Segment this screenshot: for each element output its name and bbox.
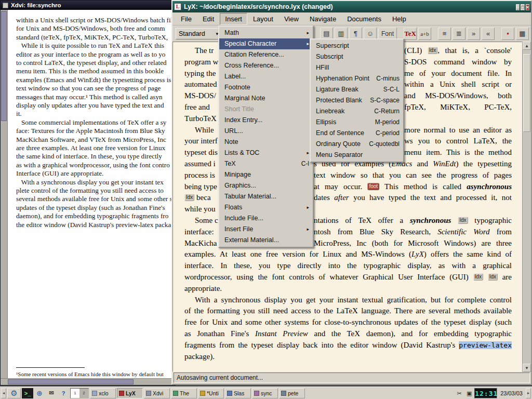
pager-desktop-1[interactable]: 1: [71, 389, 79, 398]
noun-face-icon[interactable]: ☺: [364, 28, 377, 40]
minimize-button[interactable]: _: [516, 4, 520, 10]
screen-icon[interactable]: ▣: [465, 389, 473, 397]
insert-menu-item-minipage[interactable]: Minipage: [219, 169, 313, 180]
insert-menu-item-marginal-note[interactable]: Marginal Note: [219, 93, 313, 104]
special-char-item-protected-blank[interactable]: Protected BlankS-C-space: [311, 95, 403, 106]
xdvi-horizontal-scrollbar-thumb[interactable]: [8, 379, 134, 384]
menu-insert[interactable]: Insert: [220, 13, 247, 25]
xdvi-vertical-scrollbar-thumb[interactable]: [1, 11, 7, 121]
xdvi-vertical-scrollbar[interactable]: [1, 10, 8, 378]
help-launcher-icon[interactable]: ?: [58, 388, 69, 398]
font-button[interactable]: Font: [378, 28, 397, 40]
menu-item-label: Tabular Material...: [224, 191, 276, 202]
insert-menu-item-label[interactable]: Label...: [219, 71, 313, 82]
copy-icon[interactable]: ▥: [335, 28, 348, 40]
menu-item-label: Math: [224, 28, 239, 38]
menu-file[interactable]: File: [176, 13, 197, 25]
increase-depth-icon[interactable]: »: [467, 28, 480, 40]
menu-navigate[interactable]: Navigate: [304, 13, 341, 25]
special-char-item-end-of-sentence[interactable]: End of SentenceC-period: [311, 128, 403, 139]
insert-menu-item-floats[interactable]: Floats▸: [219, 202, 313, 213]
footnote-inset-badge[interactable]: foot: [367, 183, 379, 190]
menu-view[interactable]: View: [279, 13, 304, 25]
insert-menu-item-lists-toc[interactable]: Lists & TOC▸: [219, 148, 313, 158]
paste-icon[interactable]: ▤: [320, 28, 333, 40]
panel-hide-left-arrow[interactable]: ◂: [1, 388, 6, 398]
insert-menu-item-insert-file[interactable]: Insert File▸: [219, 224, 313, 235]
task-button-pete[interactable]: pete: [279, 388, 305, 398]
task-button-lyx[interactable]: LyX: [117, 388, 143, 398]
insert-menu-item-special-character[interactable]: Special Character▸: [219, 38, 313, 49]
insert-menu-item-graphics[interactable]: Graphics...: [219, 180, 313, 191]
special-char-item-ligature-break[interactable]: Ligature BreakS-C-L: [311, 84, 403, 95]
insert-menu-item-citation-reference[interactable]: Citation Reference...: [219, 49, 313, 60]
task-button-slas[interactable]: Slas: [225, 388, 251, 398]
index-inset-badge[interactable]: Idx: [428, 47, 437, 54]
menu-layout[interactable]: Layout: [248, 13, 278, 25]
lyx-vertical-scrollbar-thumb[interactable]: [523, 54, 530, 132]
konqueror-launcher-icon[interactable]: ◎: [34, 388, 45, 398]
xdvi-horizontal-scrollbar[interactable]: [1, 378, 175, 385]
special-char-item-subscript[interactable]: Subscript: [311, 51, 403, 62]
special-char-item-menu-separator[interactable]: Menu Separator: [311, 150, 403, 161]
insert-menu-item-tabular-material[interactable]: Tabular Material...: [219, 191, 313, 202]
close-button[interactable]: ×: [526, 4, 529, 10]
led-clock[interactable]: 12:31: [474, 388, 497, 398]
decrease-depth-icon[interactable]: «: [482, 28, 495, 40]
maximize-button[interactable]: □: [521, 4, 524, 10]
scroll-up-icon[interactable]: ▲: [523, 42, 531, 50]
insert-table-icon[interactable]: ▦: [516, 28, 529, 40]
special-char-item-hyphenation-point[interactable]: Hyphenation PointC-minus: [311, 73, 403, 84]
insert-menu-item-external-material[interactable]: External Material...: [219, 235, 313, 246]
task-button-sync[interactable]: sync: [252, 388, 278, 398]
index-inset-badge[interactable]: Idx: [458, 217, 468, 224]
insert-menu-item-include-file[interactable]: Include File...: [219, 213, 313, 224]
insert-menu-item-index-entry[interactable]: Index Entry...: [219, 115, 313, 126]
insert-menu-item-short-title[interactable]: Short Title: [219, 104, 313, 115]
tex-button[interactable]: TeX: [404, 28, 417, 40]
index-inset-badge[interactable]: Idx: [473, 273, 483, 281]
kmenu-button[interactable]: ⚙: [7, 388, 21, 398]
insert-menu-item-cross-reference[interactable]: Cross Reference...: [219, 60, 313, 71]
special-char-item-linebreak[interactable]: LinebreakC-Return: [311, 106, 403, 117]
menu-help[interactable]: Help: [387, 13, 411, 25]
menu-item-label: Minipage: [224, 169, 251, 180]
itemize-list-icon[interactable]: ≡: [438, 28, 451, 40]
taskbar-date[interactable]: 23/03/03: [498, 390, 525, 396]
desktop-pager[interactable]: 12: [70, 388, 89, 398]
klipper-icon[interactable]: ✂: [455, 389, 463, 397]
panel-hide-right-arrow[interactable]: ▸: [526, 388, 531, 398]
special-char-item-hfill[interactable]: HFill: [311, 62, 403, 73]
terminal-launcher-icon[interactable]: >_: [22, 388, 33, 398]
insert-menu-item-url[interactable]: URL...: [219, 126, 313, 137]
math-mode-button[interactable]: a+b: [418, 28, 431, 40]
paragraph-style-combo[interactable]: Standard ▾: [176, 28, 221, 39]
kmail-launcher-icon[interactable]: ✉: [46, 388, 57, 398]
special-char-item-superscript[interactable]: Superscript: [311, 41, 403, 51]
task-button-the[interactable]: The: [171, 388, 197, 398]
task-label: pete: [288, 390, 298, 396]
xdvi-titlebar[interactable]: Xdvi: file:synchro: [1, 1, 175, 10]
menu-edit[interactable]: Edit: [197, 13, 219, 25]
special-char-item-ellipsis[interactable]: EllipsisM-period: [311, 117, 403, 128]
index-inset-badge[interactable]: Idx: [184, 194, 194, 201]
menu-documents[interactable]: Documents: [342, 13, 387, 25]
index-inset-badge[interactable]: Idx: [488, 273, 498, 281]
pilcrow-icon[interactable]: ¶: [349, 28, 362, 40]
insert-menu-item-math[interactable]: Math▸: [219, 28, 313, 38]
pager-desktop-2[interactable]: 2: [79, 389, 88, 398]
line-fragment: process is: [184, 170, 215, 181]
insert-menu-item-note[interactable]: Note: [219, 137, 313, 148]
lyx-titlebar[interactable]: L LyX: ~/doc/beginlatex/src/synchro.lyx …: [172, 1, 531, 12]
enumerate-list-icon[interactable]: ≣: [453, 28, 466, 40]
task-button-xclo[interactable]: xclo: [90, 388, 116, 398]
insert-menu-item-footnote[interactable]: Footnote: [219, 82, 313, 93]
insert-menu-item-tex[interactable]: TeXC-l: [219, 158, 313, 169]
insert-figure-icon[interactable]: ▪: [501, 28, 514, 40]
lyx-vertical-scrollbar[interactable]: ▲ ▼: [522, 42, 531, 372]
task-button-xdvi[interactable]: Xdvi: [144, 388, 170, 398]
scroll-down-icon[interactable]: ▼: [523, 364, 531, 372]
special-char-item-ordinary-quote[interactable]: Ordinary QuoteC-quotedbl: [311, 139, 403, 150]
task-button-unti[interactable]: *Unti: [198, 388, 224, 398]
xdvi-page[interactable]: within a Unix shell script or MS-DOS/Win…: [8, 10, 175, 378]
